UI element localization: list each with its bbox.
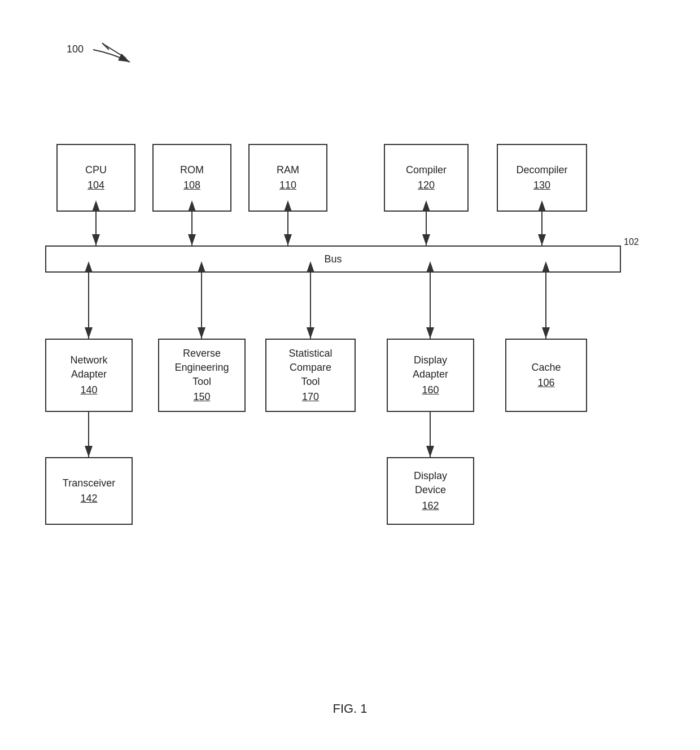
svg-line-0 <box>103 44 126 58</box>
disp-adapt-label1: Display <box>414 353 447 367</box>
decompiler-label: Decompiler <box>516 163 567 177</box>
diagram-ref: 100 <box>67 38 132 61</box>
net-adapter-label2: Adapter <box>71 367 107 381</box>
cpu-num: 104 <box>88 178 104 192</box>
stat-cmp-label1: Statistical <box>288 347 332 361</box>
compiler-label: Compiler <box>406 163 447 177</box>
diagram-container: 100 CPU 104 ROM 108 RAM 110 Compiler 120… <box>0 0 700 750</box>
box-compiler: Compiler 120 <box>384 144 469 212</box>
compiler-num: 120 <box>418 178 435 192</box>
net-adapter-label1: Network <box>70 353 107 367</box>
box-ram: RAM 110 <box>248 144 327 212</box>
box-stat-cmp: Statistical Compare Tool 170 <box>265 339 356 412</box>
ref-number-label: 100 <box>67 43 84 55</box>
stat-cmp-label3: Tool <box>301 375 320 389</box>
cache-num: 106 <box>537 376 554 390</box>
rev-eng-label2: Engineering <box>174 361 229 375</box>
disp-adapt-label2: Adapter <box>413 367 448 381</box>
transceiver-num: 142 <box>80 492 97 506</box>
transceiver-label: Transceiver <box>63 476 115 490</box>
box-cache: Cache 106 <box>505 339 587 412</box>
bus-bar: Bus <box>45 245 621 273</box>
ram-label: RAM <box>277 163 299 177</box>
net-adapter-num: 140 <box>80 383 97 397</box>
cpu-label: CPU <box>85 163 107 177</box>
rom-num: 108 <box>183 178 200 192</box>
box-disp-device: Display Device 162 <box>387 457 474 525</box>
rev-eng-label3: Tool <box>193 375 211 389</box>
box-transceiver: Transceiver 142 <box>45 457 133 525</box>
stat-cmp-num: 170 <box>302 390 319 404</box>
rev-eng-label1: Reverse <box>183 347 221 361</box>
bus-label: Bus <box>324 253 342 265</box>
bus-ref-label: 102 <box>624 237 639 247</box>
box-disp-adapter: Display Adapter 160 <box>387 339 474 412</box>
ram-num: 110 <box>279 178 296 192</box>
box-rev-eng: Reverse Engineering Tool 150 <box>158 339 246 412</box>
cache-label: Cache <box>531 361 561 375</box>
box-rom: ROM 108 <box>152 144 231 212</box>
rev-eng-num: 150 <box>193 390 210 404</box>
box-decompiler: Decompiler 130 <box>497 144 587 212</box>
decompiler-num: 130 <box>533 178 550 192</box>
stat-cmp-label2: Compare <box>290 361 331 375</box>
bus-ref-num: 102 <box>624 237 639 247</box>
figure-label: FIG. 1 <box>333 701 367 716</box>
disp-device-label1: Display <box>414 469 447 483</box>
disp-adapt-num: 160 <box>422 383 439 397</box>
disp-device-num: 162 <box>422 499 439 513</box>
box-cpu: CPU 104 <box>56 144 135 212</box>
box-network-adapter: Network Adapter 140 <box>45 339 133 412</box>
rom-label: ROM <box>180 163 204 177</box>
disp-device-label2: Device <box>415 483 446 497</box>
